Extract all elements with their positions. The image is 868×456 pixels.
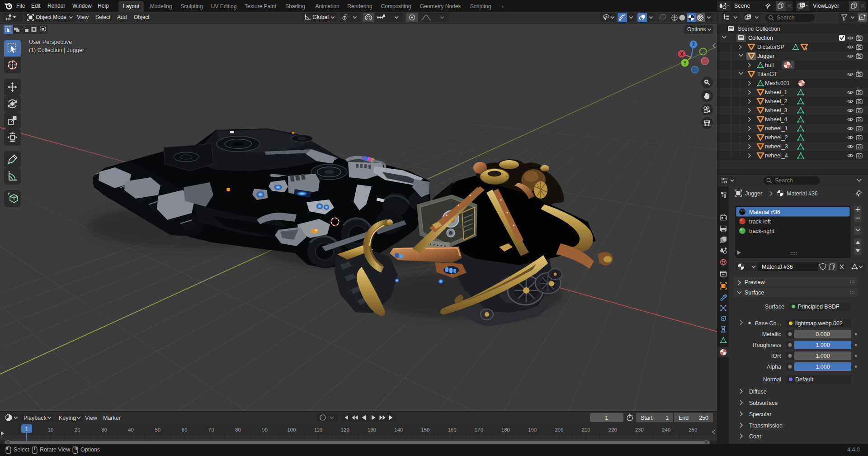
- svg-text:1.000: 1.000: [816, 364, 830, 370]
- svg-text:70: 70: [208, 427, 214, 432]
- svg-text:lwheel_3: lwheel_3: [765, 107, 787, 114]
- svg-text:190: 190: [528, 427, 537, 432]
- svg-text:Material #36: Material #36: [749, 209, 780, 215]
- svg-text:Keying: Keying: [59, 415, 76, 421]
- svg-text:Diffuse: Diffuse: [749, 389, 767, 395]
- svg-text:1.000: 1.000: [816, 353, 830, 359]
- svg-text:100: 100: [287, 427, 296, 432]
- svg-text:Jugger: Jugger: [745, 190, 762, 197]
- svg-text:90: 90: [262, 427, 268, 432]
- svg-text:lightmap.webp.002: lightmap.webp.002: [795, 320, 843, 327]
- svg-text:hull: hull: [765, 62, 774, 68]
- svg-text:Base Co...: Base Co...: [755, 320, 781, 327]
- svg-text:Alpha: Alpha: [767, 364, 781, 370]
- svg-text:Transmission: Transmission: [749, 423, 783, 429]
- svg-text:Default: Default: [795, 376, 813, 383]
- svg-text:10: 10: [48, 427, 54, 432]
- svg-text:Mesh.001: Mesh.001: [765, 80, 790, 86]
- svg-text:Preview: Preview: [745, 279, 765, 285]
- svg-text:Subsurface: Subsurface: [749, 400, 778, 406]
- svg-text:200: 200: [555, 427, 563, 432]
- svg-text:Material #36: Material #36: [787, 190, 818, 197]
- svg-text:1: 1: [665, 415, 669, 421]
- svg-text:220: 220: [609, 427, 617, 432]
- svg-text:TitanGT: TitanGT: [757, 71, 778, 77]
- svg-text:rwheel_2: rwheel_2: [765, 134, 788, 141]
- svg-text:40: 40: [128, 427, 134, 432]
- svg-text:250: 250: [699, 415, 708, 421]
- svg-text:130: 130: [368, 427, 376, 432]
- svg-text:Jugger: Jugger: [757, 53, 774, 59]
- svg-text:rwheel_4: rwheel_4: [765, 152, 788, 159]
- svg-text:lwheel_1: lwheel_1: [765, 89, 787, 95]
- svg-text:Specular: Specular: [749, 411, 771, 418]
- svg-text:View: View: [85, 415, 98, 421]
- svg-text:1: 1: [25, 426, 28, 432]
- svg-text:1.000: 1.000: [816, 342, 830, 348]
- svg-text:120: 120: [341, 427, 349, 432]
- svg-text:180: 180: [501, 427, 510, 432]
- svg-text:Roughness: Roughness: [753, 342, 781, 348]
- svg-text:Scene Collection: Scene Collection: [738, 26, 780, 32]
- svg-text:Normal: Normal: [763, 376, 781, 383]
- svg-text:30: 30: [101, 427, 107, 432]
- svg-text:Material #36: Material #36: [762, 264, 793, 270]
- svg-text:20: 20: [75, 427, 80, 432]
- svg-text:210: 210: [581, 427, 590, 432]
- svg-text:60: 60: [182, 427, 188, 432]
- svg-text:50: 50: [155, 427, 160, 432]
- svg-text:lwheel_2: lwheel_2: [765, 98, 787, 104]
- svg-text:X: X: [680, 52, 684, 57]
- svg-text:Search: Search: [775, 177, 793, 184]
- svg-text:3: 3: [790, 65, 793, 69]
- svg-text:track-right: track-right: [749, 228, 774, 234]
- svg-text:80: 80: [235, 427, 241, 432]
- svg-text:140: 140: [394, 427, 403, 432]
- svg-text:Principled BSDF: Principled BSDF: [798, 304, 840, 310]
- svg-text:rwheel_3: rwheel_3: [765, 143, 788, 150]
- svg-text:150: 150: [421, 427, 429, 432]
- svg-text:track-left: track-left: [749, 218, 771, 225]
- svg-text:lwheel_4: lwheel_4: [765, 116, 787, 123]
- svg-text:Collection: Collection: [748, 35, 773, 41]
- svg-text:Z: Z: [692, 42, 695, 47]
- svg-text:0.000: 0.000: [816, 331, 830, 337]
- svg-text:160: 160: [448, 427, 456, 432]
- svg-text:IOR: IOR: [771, 353, 781, 359]
- svg-text:240: 240: [662, 427, 670, 432]
- svg-text:110: 110: [314, 427, 322, 432]
- svg-text:Metallic: Metallic: [762, 331, 781, 337]
- svg-text:Y: Y: [684, 61, 687, 66]
- svg-text:Surface: Surface: [745, 290, 764, 296]
- svg-text:Surface: Surface: [765, 304, 784, 310]
- svg-text:230: 230: [635, 427, 644, 432]
- svg-text:170: 170: [475, 427, 483, 432]
- svg-text:Playback: Playback: [24, 415, 47, 421]
- svg-text:Start: Start: [641, 415, 653, 421]
- svg-text:Coat: Coat: [749, 433, 761, 440]
- svg-text:rwheel_1: rwheel_1: [765, 125, 788, 132]
- svg-text:250: 250: [689, 427, 697, 432]
- svg-text:End: End: [679, 415, 689, 421]
- svg-text:1: 1: [605, 415, 609, 421]
- svg-text:Marker: Marker: [103, 415, 121, 421]
- svg-text:4: 4: [805, 47, 807, 52]
- svg-text:DictatorSP: DictatorSP: [757, 44, 784, 50]
